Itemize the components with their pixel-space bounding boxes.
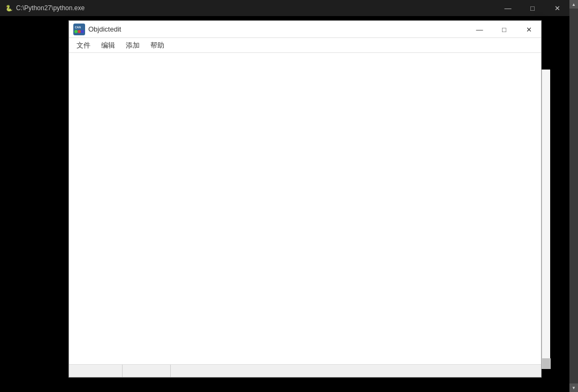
status-segment-3 bbox=[171, 365, 541, 377]
status-bar bbox=[69, 364, 541, 377]
status-segment-2 bbox=[123, 365, 171, 377]
app-close-button[interactable]: ✕ bbox=[516, 21, 541, 38]
python-title-text: C:\Python27\python.exe bbox=[16, 4, 85, 12]
svg-point-4 bbox=[81, 30, 84, 33]
app-window: CAN Objdictedit — □ ✕ 文件 编辑 添加 帮助 bbox=[69, 20, 542, 378]
scrollbar-arrow-down[interactable]: ▼ bbox=[569, 383, 578, 392]
menu-item-help[interactable]: 帮助 bbox=[145, 39, 170, 52]
app-icon-svg: CAN bbox=[73, 24, 85, 35]
menu-item-file[interactable]: 文件 bbox=[71, 39, 96, 52]
menu-bar: 文件 编辑 添加 帮助 bbox=[69, 38, 541, 53]
app-window-controls: — □ ✕ bbox=[467, 21, 541, 38]
svg-text:CAN: CAN bbox=[75, 26, 81, 29]
python-title-icon: 🐍 bbox=[5, 5, 13, 12]
svg-point-3 bbox=[78, 30, 81, 33]
app-icon: CAN bbox=[73, 24, 85, 35]
python-minimize-button[interactable]: — bbox=[496, 0, 520, 16]
status-segment-1 bbox=[69, 365, 123, 377]
scrollbar-arrow-up[interactable]: ▲ bbox=[569, 0, 578, 9]
app-minimize-button[interactable]: — bbox=[467, 21, 492, 38]
python-maximize-button[interactable]: □ bbox=[520, 0, 545, 16]
svg-point-2 bbox=[74, 30, 78, 33]
content-area bbox=[69, 53, 541, 364]
menu-item-add[interactable]: 添加 bbox=[120, 39, 145, 52]
python-close-button[interactable]: ✕ bbox=[545, 0, 569, 16]
scrollbar-thumb-indicator bbox=[542, 358, 551, 369]
menu-item-edit[interactable]: 编辑 bbox=[96, 39, 120, 52]
app-maximize-button[interactable]: □ bbox=[492, 21, 516, 38]
body-scrollbar[interactable]: ▲ ▼ bbox=[569, 0, 578, 392]
scrollbar-track bbox=[569, 9, 578, 383]
python-window-controls: — □ ✕ bbox=[496, 0, 569, 16]
app-vscrollbar[interactable] bbox=[542, 70, 550, 369]
app-titlebar: CAN Objdictedit — □ ✕ bbox=[69, 21, 541, 38]
python-titlebar: 🐍 C:\Python27\python.exe — □ ✕ bbox=[0, 0, 569, 16]
